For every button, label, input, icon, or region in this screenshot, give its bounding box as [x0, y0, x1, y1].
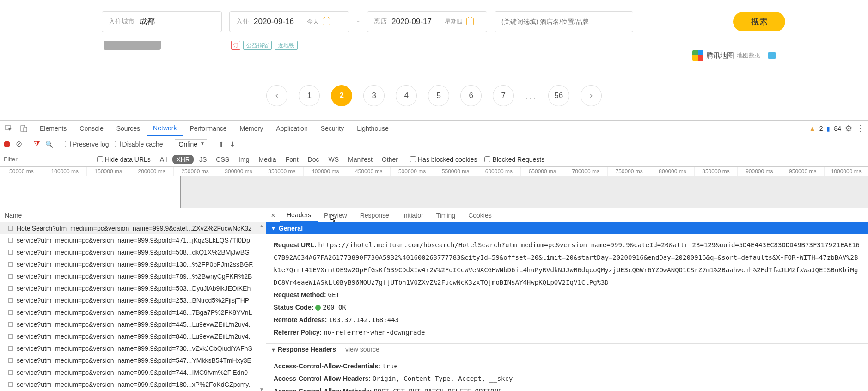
tab-sources[interactable]: Sources — [110, 121, 147, 136]
request-row[interactable]: service?utm_medium=pc&version_name=999.9… — [0, 354, 266, 367]
map-data-link[interactable]: 地图数据 — [737, 51, 761, 60]
filter-input[interactable] — [0, 153, 97, 166]
filter-icon[interactable]: ⧩ — [34, 140, 40, 148]
page-last-button[interactable]: 56 — [548, 85, 569, 106]
scroll-up-icon[interactable]: ▲ — [258, 222, 265, 229]
clear-icon[interactable]: ⊘ — [16, 139, 22, 149]
dtab-response[interactable]: Response — [354, 208, 396, 222]
map-brand: 腾讯地图 — [706, 51, 734, 60]
type-all[interactable]: All — [156, 155, 171, 164]
gear-icon[interactable]: ⚙ — [845, 123, 852, 134]
search-icon[interactable]: 🔍 — [45, 141, 53, 148]
remote-address-value: 103.37.142.168:443 — [329, 316, 399, 324]
throttle-select[interactable]: Online — [175, 139, 207, 149]
record-icon[interactable] — [4, 141, 10, 147]
general-section-header[interactable]: ▼General — [266, 222, 868, 234]
upload-icon[interactable]: ⬆ — [219, 141, 224, 148]
warning-icon[interactable]: ▲ — [809, 125, 816, 132]
type-other[interactable]: Other — [378, 155, 402, 164]
timeline-tick: 700000 ms — [564, 167, 608, 176]
page-1-button[interactable]: 1 — [299, 85, 320, 106]
request-list-header[interactable]: Name — [0, 208, 266, 222]
search-button[interactable]: 搜索 — [733, 12, 785, 31]
hide-data-urls-checkbox[interactable]: Hide data URLs — [97, 156, 151, 163]
request-row[interactable]: service?utm_medium=pc&version_name=999.9… — [0, 318, 266, 330]
page-5-button[interactable]: 5 — [428, 85, 449, 106]
blocked-requests-checkbox[interactable]: Blocked Requests — [484, 156, 544, 163]
request-row[interactable]: service?utm_medium=pc&version_name=999.9… — [0, 330, 266, 342]
type-font[interactable]: Font — [282, 155, 302, 164]
request-row[interactable]: HotelSearch?utm_medium=pc&version_name=9… — [0, 222, 266, 234]
city-input[interactable]: 入住城市 成都 — [102, 11, 222, 32]
request-method-value: GET — [328, 291, 339, 299]
request-row[interactable]: service?utm_medium=pc&version_name=999.9… — [0, 270, 266, 282]
inspect-icon[interactable] — [4, 123, 14, 134]
request-row[interactable]: service?utm_medium=pc&version_name=999.9… — [0, 379, 266, 391]
keyword-input[interactable] — [495, 11, 633, 32]
request-row[interactable]: service?utm_medium=pc&version_name=999.9… — [0, 258, 266, 270]
page-4-button[interactable]: 4 — [396, 85, 417, 106]
network-timeline[interactable]: 50000 ms100000 ms150000 ms200000 ms25000… — [0, 167, 868, 208]
calendar-icon — [323, 18, 330, 25]
timeline-tick: 350000 ms — [260, 167, 304, 176]
disable-cache-checkbox[interactable]: Disable cache — [115, 141, 163, 148]
type-ws[interactable]: WS — [325, 155, 343, 164]
preserve-log-checkbox[interactable]: Preserve log — [65, 141, 109, 148]
type-img[interactable]: Img — [235, 155, 253, 164]
timeline-tick: 900000 ms — [738, 167, 781, 176]
page-prev-button[interactable] — [266, 85, 287, 106]
scroll-down-icon[interactable]: ▼ — [258, 386, 265, 391]
request-row[interactable]: service?utm_medium=pc&version_name=999.9… — [0, 367, 266, 379]
page-7-button[interactable]: 7 — [493, 85, 514, 106]
timeline-selection[interactable] — [180, 176, 868, 208]
dtab-preview[interactable]: Preview — [318, 208, 354, 222]
request-row[interactable]: service?utm_medium=pc&version_name=999.9… — [0, 246, 266, 258]
network-filter-row: Hide data URLs All XHR JS CSS Img Media … — [0, 152, 868, 167]
timeline-tick: 300000 ms — [217, 167, 261, 176]
page-next-button[interactable] — [581, 85, 602, 106]
tab-performance[interactable]: Performance — [183, 121, 233, 136]
tab-elements[interactable]: Elements — [33, 121, 73, 136]
dtab-cookies[interactable]: Cookies — [462, 208, 498, 222]
page-6-button[interactable]: 6 — [460, 85, 482, 106]
request-row[interactable]: service?utm_medium=pc&version_name=999.9… — [0, 342, 266, 354]
status-code-value: 200 OK — [323, 304, 346, 311]
detail-tabs: × Headers Preview Response Initiator Tim… — [266, 208, 868, 222]
request-row[interactable]: service?utm_medium=pc&version_name=999.9… — [0, 294, 266, 306]
dtab-timing[interactable]: Timing — [430, 208, 462, 222]
type-media[interactable]: Media — [255, 155, 280, 164]
download-icon[interactable]: ⬇ — [230, 141, 235, 148]
tab-security[interactable]: Security — [314, 121, 351, 136]
timeline-tick: 650000 ms — [521, 167, 564, 176]
tab-memory[interactable]: Memory — [233, 121, 270, 136]
message-icon[interactable]: ▮ — [826, 125, 830, 132]
type-js[interactable]: JS — [196, 155, 210, 164]
type-doc[interactable]: Doc — [304, 155, 323, 164]
checkin-input[interactable]: 入住 2020-09-16 今天 — [229, 11, 349, 32]
tab-lighthouse[interactable]: Lighthouse — [350, 121, 395, 136]
page-2-button[interactable]: 2 — [331, 85, 352, 106]
checkout-input[interactable]: 离店 2020-09-17 星期四 — [367, 11, 487, 32]
tag-book: 订 — [231, 41, 240, 50]
kebab-icon[interactable]: ⋮ — [856, 123, 864, 134]
device-icon[interactable] — [18, 123, 29, 134]
request-row[interactable]: service?utm_medium=pc&version_name=999.9… — [0, 234, 266, 246]
tab-network[interactable]: Network — [147, 121, 183, 136]
type-manifest[interactable]: Manifest — [344, 155, 376, 164]
request-row[interactable]: service?utm_medium=pc&version_name=999.9… — [0, 306, 266, 318]
tab-console[interactable]: Console — [73, 121, 110, 136]
tab-application[interactable]: Application — [269, 121, 314, 136]
dtab-initiator[interactable]: Initiator — [396, 208, 430, 222]
type-css[interactable]: CSS — [212, 155, 233, 164]
keyword-field[interactable] — [501, 18, 626, 25]
view-source-link[interactable]: view source — [345, 346, 379, 353]
checkin-label: 入住 — [236, 18, 249, 26]
timeline-tick: 950000 ms — [781, 167, 825, 176]
dtab-headers[interactable]: Headers — [280, 208, 318, 222]
page-3-button[interactable]: 3 — [363, 85, 385, 106]
type-xhr[interactable]: XHR — [172, 155, 194, 164]
close-icon[interactable]: × — [266, 211, 280, 219]
has-blocked-checkbox[interactable]: Has blocked cookies — [410, 156, 477, 163]
response-headers-section[interactable]: ▼Response Headers view source — [266, 343, 868, 355]
request-row[interactable]: service?utm_medium=pc&version_name=999.9… — [0, 282, 266, 294]
